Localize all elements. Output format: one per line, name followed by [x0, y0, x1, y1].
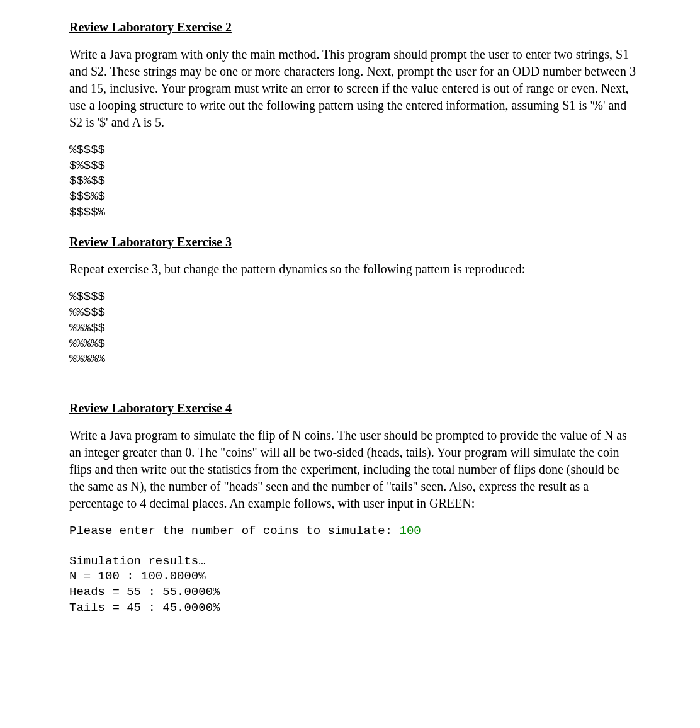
- exercise-3-section: Review Laboratory Exercise 3 Repeat exer…: [69, 234, 637, 367]
- exercise-3-pattern: %$$$$ %%$$$ %%%$$ %%%%$ %%%%%: [69, 289, 637, 367]
- exercise-4-paragraph: Write a Java program to simulate the fli…: [69, 427, 637, 512]
- exercise-2-heading: Review Laboratory Exercise 2: [69, 19, 637, 36]
- spacer: [69, 381, 637, 400]
- user-input-value: 100: [400, 524, 421, 538]
- results-heading: Simulation results…: [69, 554, 206, 568]
- prompt-text: Please enter the number of coins to simu…: [69, 524, 400, 538]
- exercise-4-section: Review Laboratory Exercise 4 Write a Jav…: [69, 400, 637, 615]
- result-tails-line: Tails = 45 : 45.0000%: [69, 601, 220, 615]
- exercise-3-heading: Review Laboratory Exercise 3: [69, 234, 637, 251]
- result-heads-line: Heads = 55 : 55.0000%: [69, 585, 220, 599]
- exercise-4-results: Simulation results… N = 100 : 100.0000% …: [69, 554, 637, 616]
- exercise-2-paragraph: Write a Java program with only the main …: [69, 46, 637, 131]
- exercise-2-pattern: %$$$$ $%$$$ $$%$$ $$$%$ $$$$%: [69, 142, 637, 220]
- exercise-4-heading: Review Laboratory Exercise 4: [69, 400, 637, 417]
- exercise-2-section: Review Laboratory Exercise 2 Write a Jav…: [69, 19, 637, 220]
- exercise-4-prompt: Please enter the number of coins to simu…: [69, 523, 637, 540]
- exercise-3-paragraph: Repeat exercise 3, but change the patter…: [69, 261, 637, 278]
- result-n-line: N = 100 : 100.0000%: [69, 569, 206, 583]
